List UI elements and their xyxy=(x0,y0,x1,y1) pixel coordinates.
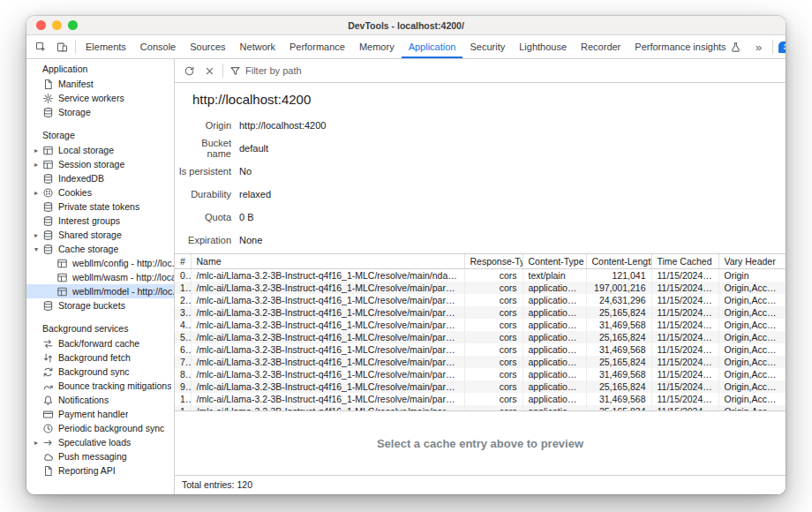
sidebar-item-webllm-wasm-http-loca[interactable]: webllm/wasm - http://loca... xyxy=(26,270,174,284)
cell-vary-header: Origin,Access... xyxy=(718,380,786,393)
sidebar-item-local-storage[interactable]: ▸Local storage xyxy=(26,143,174,157)
sidebar-item-background-sync[interactable]: Background sync xyxy=(26,365,174,379)
expand-arrow-icon[interactable]: ▸ xyxy=(31,439,41,447)
sidebar-item-manifest[interactable]: Manifest xyxy=(26,77,174,91)
speculative-icon xyxy=(41,436,54,448)
delete-selected-button[interactable] xyxy=(199,61,219,80)
cell-content-length: 31,469,568 xyxy=(586,343,651,356)
table-row[interactable]: 8/mlc-ai/Llama-3.2-3B-Instruct-q4f16_1-M… xyxy=(175,368,786,380)
table-icon xyxy=(56,271,68,283)
column-header-content-type[interactable]: Content-Type xyxy=(523,254,586,268)
table-row[interactable]: 1/mlc-ai/Llama-3.2-3B-Instruct-q4f16_1-M… xyxy=(175,282,786,294)
bell-icon xyxy=(41,394,54,406)
sidebar-item-private-state-tokens[interactable]: Private state tokens xyxy=(26,200,174,214)
cell-name: /mlc-ai/Llama-3.2-3B-Instruct-q4f16_1-ML… xyxy=(191,380,464,393)
cache-toolbar xyxy=(175,59,786,83)
sidebar-item-cookies[interactable]: ▸Cookies xyxy=(26,185,174,200)
table-icon xyxy=(41,158,54,170)
cell-content-type: application/oc... xyxy=(523,306,586,319)
table-row[interactable]: 3/mlc-ai/Llama-3.2-3B-Instruct-q4f16_1-M… xyxy=(175,306,786,319)
sidebar-item-payment-handler[interactable]: Payment handler xyxy=(26,407,174,421)
expand-arrow-icon[interactable]: ▸ xyxy=(31,147,41,154)
database-icon xyxy=(41,200,54,213)
sidebar-item-indexeddb[interactable]: IndexedDB xyxy=(26,171,174,185)
cell-response-type: cors xyxy=(464,343,523,356)
table-row[interactable]: 6/mlc-ai/Llama-3.2-3B-Instruct-q4f16_1-M… xyxy=(175,343,786,356)
device-toolbar-button[interactable] xyxy=(51,36,72,57)
table-row[interactable]: 2/mlc-ai/Llama-3.2-3B-Instruct-q4f16_1-M… xyxy=(175,294,786,306)
sidebar-item-label: Background sync xyxy=(58,366,130,377)
sync-icon xyxy=(41,365,54,378)
table-row[interactable]: 9/mlc-ai/Llama-3.2-3B-Instruct-q4f16_1-M… xyxy=(175,380,786,393)
tab-application[interactable]: Application xyxy=(402,35,463,58)
column-header-response-type[interactable]: Response-Type xyxy=(464,254,523,268)
sidebar-item-interest-groups[interactable]: Interest groups xyxy=(26,214,174,228)
sidebar-item-webllm-model-http-loc[interactable]: webllm/model - http://loc... xyxy=(26,284,174,298)
column-header-time-cached[interactable]: Time Cached xyxy=(651,254,718,268)
close-window-button[interactable] xyxy=(36,20,46,30)
sidebar-item-background-fetch[interactable]: Background fetch xyxy=(26,350,174,365)
collapse-arrow-icon[interactable]: ▾ xyxy=(31,245,41,253)
inspect-element-button[interactable] xyxy=(30,36,51,57)
filter-by-path-input[interactable] xyxy=(245,65,781,76)
sidebar-item-service-workers[interactable]: Service workers xyxy=(26,91,174,105)
cell-: 8 xyxy=(175,368,191,380)
column-header-content-length[interactable]: Content-Length xyxy=(586,254,651,268)
tab-elements[interactable]: Elements xyxy=(79,35,133,58)
sidebar-item-storage-buckets[interactable]: Storage buckets xyxy=(26,298,174,312)
cell-: 0 xyxy=(175,268,191,282)
table-row[interactable]: 0/mlc-ai/Llama-3.2-3B-Instruct-q4f16_1-M… xyxy=(175,268,786,282)
table-row[interactable]: 10/mlc-ai/Llama-3.2-3B-Instruct-q4f16_1-… xyxy=(175,393,786,405)
expand-arrow-icon[interactable]: ▸ xyxy=(31,161,41,169)
sidebar-item-label: Cookies xyxy=(58,187,92,198)
cell-vary-header: Origin,Access... xyxy=(718,294,786,306)
metadata-value: default xyxy=(239,143,268,154)
metadata-label: Durability xyxy=(175,189,231,200)
metadata-label: Expiration xyxy=(175,235,231,245)
tab-memory[interactable]: Memory xyxy=(352,35,402,58)
issues-counter[interactable]: 3 xyxy=(776,36,786,57)
table-row[interactable]: 4/mlc-ai/Llama-3.2-3B-Instruct-q4f16_1-M… xyxy=(175,319,786,331)
sidebar-item-label: webllm/config - http://loc... xyxy=(72,258,174,268)
refresh-button[interactable] xyxy=(179,61,199,80)
tab-label: Lighthouse xyxy=(519,41,567,52)
expand-arrow-icon[interactable]: ▸ xyxy=(31,189,41,197)
sidebar-item-push-messaging[interactable]: Push messaging xyxy=(26,449,174,463)
sidebar-item-label: Session storage xyxy=(58,159,124,169)
tab-label: Application xyxy=(409,41,456,52)
table-row[interactable]: 7/mlc-ai/Llama-3.2-3B-Instruct-q4f16_1-M… xyxy=(175,356,786,368)
zoom-window-button[interactable] xyxy=(68,20,78,30)
minimize-window-button[interactable] xyxy=(52,20,62,30)
sidebar-item-bounce-tracking-mitigations[interactable]: Bounce tracking mitigations xyxy=(26,379,174,393)
tab-recorder[interactable]: Recorder xyxy=(574,35,628,58)
column-header-vary-header[interactable]: Vary Header xyxy=(718,254,786,268)
column-header-name[interactable]: Name xyxy=(191,254,464,268)
tab-network[interactable]: Network xyxy=(233,35,282,58)
sidebar-item-session-storage[interactable]: ▸Session storage xyxy=(26,157,174,171)
column-header-[interactable]: # xyxy=(175,254,191,268)
sidebar-item-speculative-loads[interactable]: ▸Speculative loads xyxy=(26,435,174,449)
tab-console[interactable]: Console xyxy=(133,35,183,58)
database-icon xyxy=(41,106,54,118)
tab-lighthouse[interactable]: Lighthouse xyxy=(512,35,574,58)
sidebar-item-periodic-background-sync[interactable]: Periodic background sync xyxy=(26,421,174,435)
tab-security[interactable]: Security xyxy=(462,35,512,58)
tab-performance-insights[interactable]: Performance insights xyxy=(628,35,748,58)
cell-: 9 xyxy=(175,380,191,393)
cell-vary-header: Origin,Access... xyxy=(718,319,786,331)
sidebar-item-shared-storage[interactable]: ▸Shared storage xyxy=(26,228,174,242)
sidebar-item-notifications[interactable]: Notifications xyxy=(26,393,174,407)
more-tabs-button[interactable]: » xyxy=(748,36,770,57)
table-row[interactable]: 5/mlc-ai/Llama-3.2-3B-Instruct-q4f16_1-M… xyxy=(175,331,786,343)
sidebar-item-cache-storage[interactable]: ▾Cache storage xyxy=(26,242,174,256)
sidebar-item-storage[interactable]: Storage xyxy=(26,105,174,119)
sidebar-item-back-forward-cache[interactable]: Back/forward cache xyxy=(26,336,174,350)
sidebar-item-webllm-config-http-loc[interactable]: webllm/config - http://loc... xyxy=(26,256,174,270)
sidebar-item-reporting-api[interactable]: Reporting API xyxy=(26,463,174,478)
sidebar-item-label: Notifications xyxy=(58,395,109,405)
expand-arrow-icon[interactable]: ▸ xyxy=(31,231,41,239)
tab-sources[interactable]: Sources xyxy=(183,35,232,58)
tab-performance[interactable]: Performance xyxy=(282,35,352,58)
cell-time-cached: 11/15/2024, 10... xyxy=(651,343,718,356)
tab-label: Performance xyxy=(289,41,345,52)
